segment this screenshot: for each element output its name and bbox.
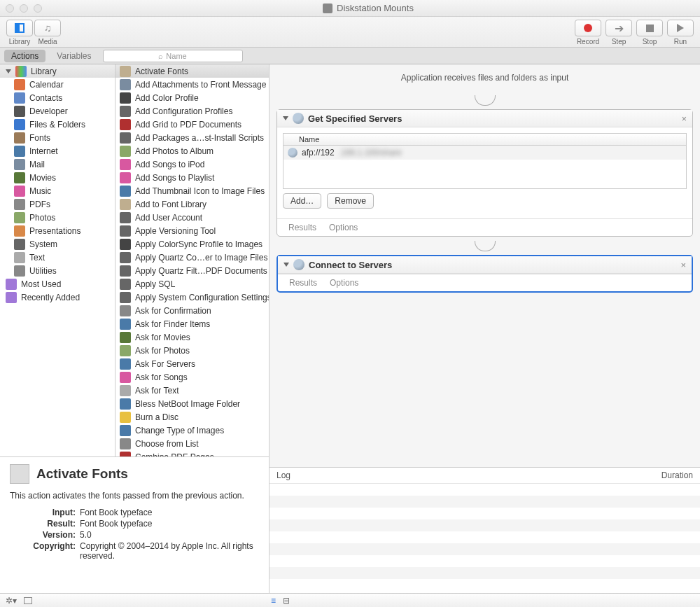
search-field[interactable]: ⌕Name: [103, 50, 243, 62]
action-item[interactable]: Apple Versioning Tool: [115, 224, 269, 237]
action-item[interactable]: Ask for Movies: [115, 330, 269, 344]
action-label: Add Grid to PDF Documents: [135, 120, 241, 130]
workflow-view-button[interactable]: ≡: [271, 596, 276, 606]
disclosure-triangle-icon[interactable]: [284, 263, 289, 267]
remove-action-button[interactable]: ×: [680, 260, 686, 270]
category-icon: [14, 172, 25, 183]
action-item[interactable]: Add Attachments to Front Message: [115, 78, 269, 91]
library-category-photos[interactable]: Photos: [0, 211, 115, 224]
options-toggle[interactable]: Options: [329, 223, 358, 232]
action-icon: [120, 398, 131, 410]
action-item[interactable]: Add Color Profile: [115, 91, 269, 104]
category-icon: [14, 252, 25, 263]
server-row[interactable]: afp://192.168.1.100/share: [284, 146, 686, 160]
action-item[interactable]: Apply SQL: [115, 277, 269, 291]
options-toggle[interactable]: Options: [330, 278, 358, 288]
log-view-button[interactable]: ⊟: [283, 596, 290, 606]
action-item[interactable]: Change Type of Images: [115, 424, 269, 437]
action-item[interactable]: Add Packages a…st-Install Scripts: [115, 131, 269, 144]
action-item[interactable]: Choose from List: [115, 437, 269, 450]
connector-icon: [270, 241, 700, 251]
info-input-label: Input:: [10, 508, 80, 517]
results-toggle[interactable]: Results: [288, 223, 316, 232]
action-item[interactable]: Add Songs to iPod: [115, 158, 269, 171]
remove-action-button[interactable]: ×: [681, 113, 687, 124]
search-icon: ⌕: [158, 52, 163, 60]
action-label: Add User Account: [135, 213, 202, 223]
action-item[interactable]: Ask for Photos: [115, 344, 269, 357]
library-category-internet[interactable]: Internet: [0, 144, 115, 158]
action-item[interactable]: Add Songs to Playlist: [115, 171, 269, 184]
library-category-system[interactable]: System: [0, 237, 115, 251]
action-item[interactable]: Add Photos to Album: [115, 144, 269, 158]
library-header[interactable]: Library: [0, 64, 115, 78]
action-item[interactable]: Add Configuration Profiles: [115, 104, 269, 118]
action-item[interactable]: Add Grid to PDF Documents: [115, 118, 269, 131]
library-toggle-button[interactable]: Library: [6, 18, 34, 47]
info-result-label: Result:: [10, 519, 80, 529]
action-item[interactable]: Ask for Songs: [115, 370, 269, 384]
library-category-pdfs[interactable]: PDFs: [0, 197, 115, 211]
media-button[interactable]: ♫ Media: [34, 18, 62, 47]
actions-tab[interactable]: Actions: [4, 50, 46, 62]
library-category-calendar[interactable]: Calendar: [0, 78, 115, 91]
expand-info-button[interactable]: [24, 597, 32, 604]
action-icon: [120, 159, 131, 170]
action-item[interactable]: Apply ColorSync Profile to Images: [115, 237, 269, 251]
action-label: Apply SQL: [135, 279, 175, 289]
action-icon: [120, 106, 131, 117]
results-toggle[interactable]: Results: [289, 278, 317, 288]
action-item[interactable]: Burn a Disc: [115, 410, 269, 424]
action-icon: [120, 425, 131, 436]
servers-table[interactable]: Name afp://192.168.1.100/share: [283, 133, 687, 189]
action-item[interactable]: Ask for Text: [115, 384, 269, 397]
action-header[interactable]: Connect to Servers ×: [278, 256, 692, 274]
library-category-presentations[interactable]: Presentations: [0, 224, 115, 237]
add-server-button[interactable]: Add…: [283, 193, 321, 209]
action-item[interactable]: Apply Quartz Filt…PDF Documents: [115, 264, 269, 277]
category-icon: [14, 132, 25, 144]
library-category-contacts[interactable]: Contacts: [0, 91, 115, 104]
action-get-specified-servers[interactable]: Get Specified Servers × Name afp://192.1…: [276, 109, 693, 237]
library-category-utilities[interactable]: Utilities: [0, 264, 115, 277]
disclosure-triangle-icon[interactable]: [6, 69, 11, 74]
disclosure-triangle-icon[interactable]: [283, 116, 288, 120]
close-window-button[interactable]: [6, 4, 14, 13]
action-item[interactable]: Ask For Servers: [115, 357, 269, 370]
library-category-developer[interactable]: Developer: [0, 104, 115, 118]
action-connect-to-servers[interactable]: Connect to Servers × Results Options: [276, 255, 693, 293]
action-item[interactable]: Add Thumbnail Icon to Image Files: [115, 184, 269, 197]
minimize-window-button[interactable]: [20, 4, 28, 13]
action-icon: [120, 252, 131, 263]
library-category-fonts[interactable]: Fonts: [0, 131, 115, 144]
category-icon: [14, 199, 25, 210]
log-panel: Log Duration: [270, 467, 700, 593]
category-icon: [14, 146, 25, 157]
action-item[interactable]: Ask for Confirmation: [115, 304, 269, 317]
category-label: Fonts: [29, 133, 50, 143]
action-item[interactable]: Apply System Configuration Settings: [115, 291, 269, 304]
step-button[interactable]: ➔Step: [605, 18, 633, 47]
library-category-files-folders[interactable]: Files & Folders: [0, 118, 115, 131]
recently-added-item[interactable]: Recently Added: [0, 291, 115, 304]
action-item[interactable]: Add User Account: [115, 211, 269, 224]
stop-icon: [646, 25, 654, 32]
zoom-window-button[interactable]: [34, 4, 42, 13]
library-category-music[interactable]: Music: [0, 184, 115, 197]
gear-menu-button[interactable]: ✲▾: [6, 596, 17, 606]
library-category-mail[interactable]: Mail: [0, 158, 115, 171]
library-category-movies[interactable]: Movies: [0, 171, 115, 184]
action-item[interactable]: Ask for Finder Items: [115, 317, 269, 330]
most-used-item[interactable]: Most Used: [0, 277, 115, 291]
remove-server-button[interactable]: Remove: [327, 193, 374, 209]
variables-tab[interactable]: Variables: [50, 50, 98, 62]
run-button[interactable]: Run: [666, 18, 694, 47]
action-header[interactable]: Get Specified Servers ×: [277, 110, 692, 127]
action-item[interactable]: Bless NetBoot Image Folder: [115, 397, 269, 410]
action-item[interactable]: Apply Quartz Co…er to Image Files: [115, 251, 269, 264]
action-item[interactable]: Activate Fonts: [115, 64, 269, 78]
record-button[interactable]: Record: [574, 18, 602, 47]
library-category-text[interactable]: Text: [0, 251, 115, 264]
stop-button[interactable]: Stop: [636, 18, 664, 47]
action-item[interactable]: Add to Font Library: [115, 197, 269, 211]
